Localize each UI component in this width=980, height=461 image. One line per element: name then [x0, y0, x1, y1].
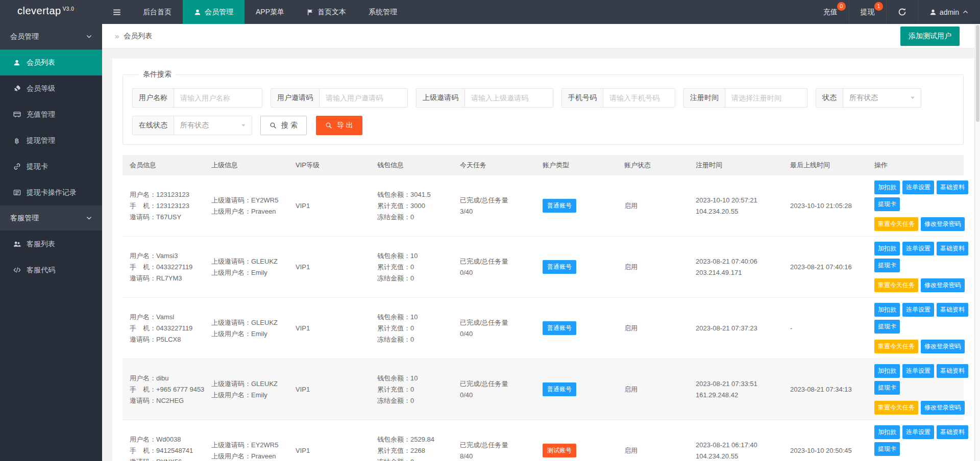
- action-button-3[interactable]: 提现卡: [874, 381, 900, 395]
- action-button-0[interactable]: 加扣款: [874, 364, 900, 378]
- action-line-2: 提现卡: [874, 259, 961, 272]
- member-info-cell: 用户名：dibu手 机：+965 6777 9453邀请码：NC2HEG: [122, 368, 204, 412]
- action-button-1[interactable]: 连单设置: [902, 364, 934, 378]
- text-line: 邀请码：RYNX56: [130, 456, 200, 461]
- chevron-down-icon: [85, 33, 93, 40]
- top-nav: 后台首页会员管理APP菜单首页文本系统管理: [132, 0, 408, 24]
- action-button-5[interactable]: 修改登录密码: [921, 217, 965, 231]
- action-button-2[interactable]: 基础资料: [937, 242, 968, 255]
- sidebar-item[interactable]: 提现卡: [0, 153, 102, 180]
- sidebar-item[interactable]: 客服代码: [0, 257, 102, 283]
- withdraw-link[interactable]: 提现 1: [849, 0, 886, 24]
- text-line: 钱包余额：2529.84: [377, 434, 449, 445]
- action-button-5[interactable]: 修改登录密码: [921, 278, 965, 292]
- table-row: 用户名：Vamsi3手 机：0433227119邀请码：RL7YM3上级邀请码：…: [122, 237, 964, 298]
- text-line: 104.234.20.55: [696, 451, 779, 461]
- sidebar-section-header-1[interactable]: 客服管理: [0, 206, 102, 231]
- search-field-label: 注册时间: [684, 89, 725, 107]
- withdraw-badge: 1: [874, 2, 883, 11]
- topbar-right: 充值 0 提现 1 admin: [812, 0, 980, 24]
- action-button-4[interactable]: 重置今天任务: [874, 340, 918, 353]
- nav-member-management[interactable]: 会员管理: [183, 0, 244, 24]
- scrollbar-thumb[interactable]: [976, 25, 979, 122]
- action-button-1[interactable]: 连单设置: [902, 242, 934, 255]
- search-button[interactable]: 搜 索: [260, 116, 307, 135]
- search-row-2: 在线状态所有状态 搜 索 导 出: [132, 116, 954, 135]
- action-button-4[interactable]: 重置今天任务: [874, 401, 918, 415]
- text-line: 钱包余额：10: [377, 312, 449, 323]
- vip-level-cell: VIP1: [288, 197, 370, 215]
- sidebar-item-label: 会员列表: [27, 58, 55, 67]
- action-button-5[interactable]: 修改登录密码: [921, 401, 965, 415]
- action-button-0[interactable]: 加扣款: [874, 303, 900, 317]
- search-input-username[interactable]: [174, 89, 262, 107]
- text-line: 邀请码：RL7YM3: [130, 273, 200, 284]
- action-button-2[interactable]: 基础资料: [937, 303, 968, 317]
- nav-system-management[interactable]: 系统管理: [357, 0, 408, 24]
- recharge-link[interactable]: 充值 0: [812, 0, 849, 24]
- task-cell: 已完成/总任务量0/40: [453, 251, 535, 284]
- nav-dashboard[interactable]: 后台首页: [132, 0, 183, 24]
- column-header: 注册时间: [689, 161, 783, 170]
- sidebar-item[interactable]: 会员等级: [0, 75, 102, 101]
- select-value: 所有状态: [180, 121, 209, 130]
- action-button-3[interactable]: 提现卡: [874, 259, 900, 272]
- text-line: 邀请码：P5LCX8: [130, 334, 200, 345]
- search-input-user-invite-code[interactable]: [320, 89, 407, 107]
- action-button-3[interactable]: 提现卡: [874, 197, 900, 211]
- action-line-2: 提现卡: [874, 442, 961, 456]
- action-button-0[interactable]: 加扣款: [874, 242, 900, 255]
- refresh-button[interactable]: [886, 0, 918, 24]
- column-header: 操作: [867, 161, 965, 170]
- text-line: 已完成/总任务量: [460, 440, 531, 451]
- action-button-1[interactable]: 连单设置: [902, 425, 934, 439]
- search-select-status[interactable]: 所有状态: [843, 89, 921, 107]
- action-line-3: 重置今天任务修改登录密码: [874, 340, 961, 353]
- text-line: 已完成/总任务量: [460, 256, 531, 267]
- action-button-1[interactable]: 连单设置: [902, 181, 934, 194]
- table-row: 用户名：Vamsl手 机：0433227119邀请码：P5LCX8上级邀请码：G…: [122, 298, 964, 359]
- text-line: 上级用户名：Emily: [211, 328, 284, 340]
- search-select-online-status[interactable]: 所有状态: [174, 116, 252, 135]
- last-online-cell: 2023-10-10 20:50:45: [783, 442, 867, 459]
- search-input-register-time[interactable]: [725, 89, 807, 107]
- sidebar-item[interactable]: 充值管理: [0, 101, 102, 127]
- action-button-0[interactable]: 加扣款: [874, 425, 900, 439]
- action-button-3[interactable]: 提现卡: [874, 442, 900, 456]
- text-line: 冻结金额：0: [377, 456, 449, 461]
- column-header: 会员信息: [122, 161, 204, 170]
- add-test-user-button[interactable]: 添加测试用户: [900, 27, 960, 46]
- action-button-2[interactable]: 基础资料: [937, 181, 968, 194]
- sidebar-section-header-0[interactable]: 会员管理: [0, 24, 102, 49]
- sidebar-item[interactable]: 提现卡操作记录: [0, 180, 102, 206]
- action-button-5[interactable]: 修改登录密码: [921, 340, 965, 353]
- sidebar-item[interactable]: 客服列表: [0, 231, 102, 257]
- sidebar-item[interactable]: 会员列表: [0, 49, 102, 75]
- action-button-3[interactable]: 提现卡: [874, 320, 900, 334]
- vertical-scrollbar[interactable]: [975, 24, 980, 461]
- nav-app-menu[interactable]: APP菜单: [244, 0, 296, 24]
- register-time-cell: 2023-08-21 07:33:51161.29.248.42: [689, 373, 783, 406]
- account-status-cell: 启用: [617, 258, 689, 277]
- search-input-parent-invite-code[interactable]: [465, 89, 553, 107]
- text-line: 203.214.49.171: [696, 267, 779, 278]
- menu-toggle-icon[interactable]: [102, 0, 132, 24]
- caret-down-icon: [910, 95, 916, 101]
- export-button[interactable]: 导 出: [316, 116, 362, 135]
- nav-home-text[interactable]: 首页文本: [296, 0, 357, 24]
- action-button-4[interactable]: 重置今天任务: [874, 217, 918, 231]
- last-online-cell: 2023-08-21 07:40:16: [783, 258, 867, 276]
- chevron-down-icon: [85, 215, 93, 221]
- search-input-phone[interactable]: [603, 89, 675, 107]
- action-button-2[interactable]: 基础资料: [937, 425, 968, 439]
- sidebar-item[interactable]: ฿提现管理: [0, 127, 102, 153]
- text-line: 0/40: [460, 267, 531, 278]
- action-button-0[interactable]: 加扣款: [874, 181, 900, 194]
- action-button-4[interactable]: 重置今天任务: [874, 278, 918, 292]
- action-button-1[interactable]: 连单设置: [902, 303, 934, 317]
- wallet-info-cell: 钱包余额：3041.5累计充值：3000冻结金额：0: [370, 184, 453, 228]
- action-line-3: 重置今天任务修改登录密码: [874, 401, 961, 415]
- text-line: 累计充值：2268: [377, 445, 449, 456]
- action-button-2[interactable]: 基础资料: [937, 364, 968, 378]
- user-menu[interactable]: admin: [918, 0, 980, 24]
